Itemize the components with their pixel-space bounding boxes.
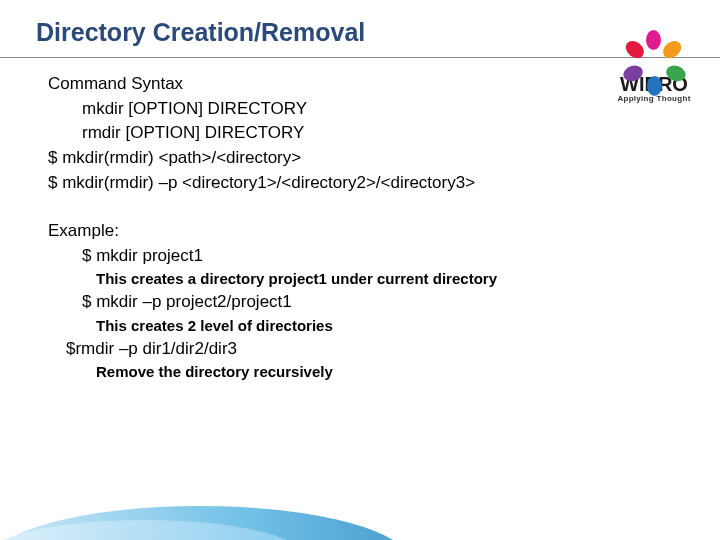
example-desc: This creates 2 level of directories xyxy=(48,315,692,337)
wipro-logo: WIPRO Applying Thought xyxy=(610,28,698,103)
example-cmd: $rmdir –p dir1/dir2/dir3 xyxy=(48,337,692,362)
logo-flower-icon xyxy=(629,28,679,72)
syntax-line: mkdir [OPTION] DIRECTORY xyxy=(48,97,692,122)
syntax-line: rmdir [OPTION] DIRECTORY xyxy=(48,121,692,146)
example-cmd: $ mkdir –p project2/project1 xyxy=(48,290,692,315)
footer-swoosh-icon xyxy=(0,498,720,540)
content-body: Command Syntax mkdir [OPTION] DIRECTORY … xyxy=(28,72,692,383)
page-title: Directory Creation/Removal xyxy=(28,18,692,47)
example-desc: This creates a directory project1 under … xyxy=(48,268,692,290)
slide: WIPRO Applying Thought Directory Creatio… xyxy=(0,0,720,540)
syntax-heading: Command Syntax xyxy=(48,72,692,97)
example-cmd: $ mkdir project1 xyxy=(48,244,692,269)
usage-line: $ mkdir(rmdir) –p <directory1>/<director… xyxy=(48,171,692,196)
example-desc: Remove the directory recursively xyxy=(48,361,692,383)
example-heading: Example: xyxy=(48,219,692,244)
usage-line: $ mkdir(rmdir) <path>/<directory> xyxy=(48,146,692,171)
